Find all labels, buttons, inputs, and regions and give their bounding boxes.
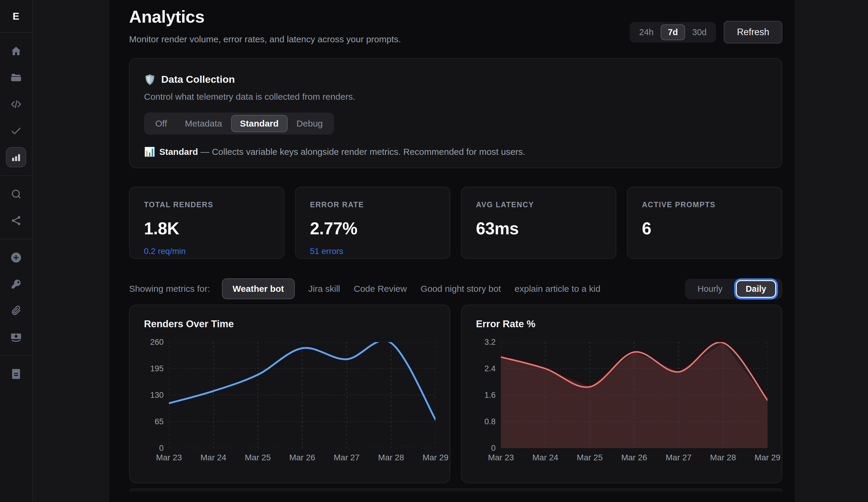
y-tick-label: 2.4: [484, 364, 496, 373]
hourly-button[interactable]: Hourly: [689, 281, 731, 297]
data-collection-header: 🛡️ Data Collection: [144, 73, 767, 85]
range-24h-button[interactable]: 24h: [632, 24, 661, 40]
sidebar-item-share[interactable]: [7, 211, 25, 230]
filters-label: Showing metrics for:: [129, 284, 210, 294]
x-tick-label: Mar 29: [754, 453, 780, 462]
telemetry-note: 📊 Standard — Collects variable keys alon…: [144, 147, 767, 157]
range-30d-button[interactable]: 30d: [685, 24, 714, 40]
x-axis-labels: Mar 23Mar 24Mar 25Mar 26Mar 27Mar 28Mar …: [501, 453, 767, 465]
prompt-chip-jira-skill[interactable]: Jira skill: [309, 284, 340, 294]
x-tick-label: Mar 27: [334, 453, 360, 462]
sidebar-item-code[interactable]: [7, 95, 25, 114]
telemetry-level-segmented: Off Metadata Standard Debug: [144, 112, 334, 134]
page-title: Analytics: [129, 7, 401, 27]
shield-icon: 🛡️: [144, 74, 156, 85]
y-tick-label: 0: [491, 444, 496, 453]
x-tick-label: Mar 26: [289, 453, 315, 462]
prompt-chip-code-review[interactable]: Code Review: [354, 284, 407, 294]
stat-value: 6: [642, 219, 767, 238]
sidebar-item-tasks[interactable]: [7, 121, 25, 140]
x-tick-label: Mar 28: [378, 453, 404, 462]
time-range-segmented: 24h 7d 30d: [630, 22, 716, 42]
share-icon: [10, 215, 22, 227]
sidebar-item-search[interactable]: [7, 184, 25, 204]
folder-icon: [10, 72, 22, 84]
telemetry-off-button[interactable]: Off: [146, 115, 176, 132]
sidebar-item-home[interactable]: [7, 42, 25, 61]
sidebar-divider: [0, 175, 32, 176]
x-tick-label: Mar 25: [577, 453, 603, 462]
x-tick-label: Mar 24: [200, 453, 226, 462]
sidebar-item-docs[interactable]: [7, 364, 25, 383]
x-axis-labels: Mar 23Mar 24Mar 25Mar 26Mar 27Mar 28Mar …: [169, 453, 435, 465]
sidebar-item-projects[interactable]: [7, 68, 25, 87]
sidebar-item-attachments[interactable]: [7, 301, 25, 320]
home-icon: [10, 45, 22, 57]
sidebar-item-add[interactable]: [7, 248, 25, 267]
sidebar-divider: [0, 355, 32, 356]
x-tick-label: Mar 23: [156, 453, 182, 462]
page-subtitle: Monitor render volume, error rates, and …: [129, 34, 401, 44]
refresh-button[interactable]: Refresh: [724, 21, 782, 43]
y-axis-labels: 3.22.41.60.80: [476, 342, 501, 448]
error-rate-chart-card: Error Rate % 3.22.41.60.80 Mar 23Mar 24M…: [461, 304, 782, 483]
stat-label: AVG LATENCY: [476, 200, 601, 209]
range-7d-button[interactable]: 7d: [661, 24, 685, 40]
telemetry-note-level: Standard: [159, 147, 198, 157]
telemetry-metadata-button[interactable]: Metadata: [176, 115, 231, 132]
daily-button[interactable]: Daily: [737, 281, 775, 297]
stat-card-avg-latency: AVG LATENCY 63ms: [461, 187, 616, 259]
stat-sub-value: 51 errors: [310, 247, 435, 256]
line-chart-plot: [169, 342, 435, 448]
sidebar-divider: [0, 239, 32, 239]
stat-value: 1.8K: [144, 219, 269, 238]
main-content: Analytics Monitor render volume, error r…: [110, 0, 795, 502]
sidebar-item-keys[interactable]: [7, 274, 25, 293]
banknote-icon: [10, 331, 22, 343]
telemetry-standard-button[interactable]: Standard: [231, 115, 288, 132]
header-controls: 24h 7d 30d Refresh: [630, 21, 782, 43]
chart-title: Renders Over Time: [144, 318, 435, 330]
page-header-text: Analytics Monitor render volume, error r…: [129, 7, 401, 44]
y-axis-labels: 260195130650: [144, 342, 169, 448]
prompt-chip-explain-article[interactable]: explain article to a kid: [515, 284, 601, 294]
icon-sidebar: E: [0, 0, 33, 502]
y-tick-label: 0.8: [484, 417, 496, 426]
y-tick-label: 260: [150, 338, 164, 347]
telemetry-note-text: — Collects variable keys alongside rende…: [200, 147, 525, 157]
granularity-toggle: Hourly Daily: [685, 279, 782, 299]
stat-sub-value: 0.2 req/min: [144, 247, 269, 256]
secondary-panel: [33, 0, 110, 502]
prompt-chip-good-night-story-bot[interactable]: Good night story bot: [421, 284, 501, 294]
app-logo[interactable]: E: [0, 0, 32, 33]
sidebar-item-analytics[interactable]: [7, 148, 25, 167]
stat-value: 63ms: [476, 219, 601, 238]
x-tick-label: Mar 23: [488, 453, 514, 462]
data-collection-card: 🛡️ Data Collection Control what telemetr…: [129, 58, 782, 168]
stat-label: ACTIVE PROMPTS: [642, 200, 767, 209]
y-tick-label: 0: [159, 444, 164, 453]
bar-chart-icon: [10, 151, 22, 163]
x-tick-label: Mar 29: [422, 453, 448, 462]
stat-label: ERROR RATE: [310, 200, 435, 209]
line-chart-svg: [169, 342, 435, 448]
next-card-top-edge: [129, 489, 782, 492]
telemetry-debug-button[interactable]: Debug: [288, 115, 332, 132]
paperclip-icon: [10, 304, 22, 317]
chart-emoji-icon: 📊: [144, 147, 155, 157]
area-chart-svg: [501, 342, 767, 448]
stat-value: 2.77%: [310, 219, 435, 238]
document-icon: [10, 368, 22, 380]
x-tick-label: Mar 24: [533, 453, 558, 462]
sidebar-item-billing[interactable]: [7, 328, 25, 347]
renders-over-time-chart-card: Renders Over Time 260195130650 Mar 23Mar…: [129, 304, 450, 483]
data-collection-description: Control what telemetry data is collected…: [144, 92, 767, 102]
stat-card-active-prompts: ACTIVE PROMPTS 6: [627, 187, 782, 259]
data-collection-title: Data Collection: [161, 73, 235, 85]
stat-card-total-renders: TOTAL RENDERS 1.8K 0.2 req/min: [129, 187, 285, 259]
page-header: Analytics Monitor render volume, error r…: [129, 0, 782, 44]
prompt-chip-weather-bot[interactable]: Weather bot: [222, 278, 295, 299]
x-tick-label: Mar 25: [245, 453, 271, 462]
x-tick-label: Mar 27: [666, 453, 692, 462]
stats-row: TOTAL RENDERS 1.8K 0.2 req/min ERROR RAT…: [129, 187, 782, 259]
